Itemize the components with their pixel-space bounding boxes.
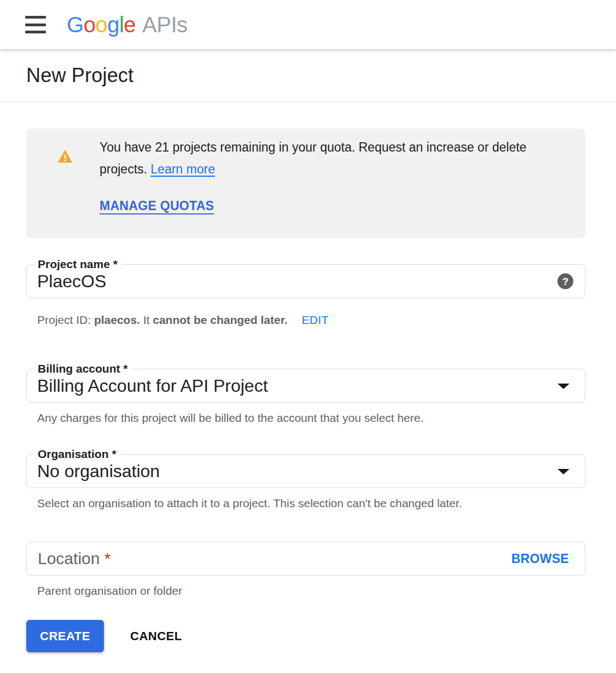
menu-bar bbox=[25, 16, 46, 19]
billing-account-select[interactable]: Billing account * Billing Account for AP… bbox=[26, 369, 585, 403]
billing-helper-text: Any charges for this project will be bil… bbox=[26, 411, 585, 425]
required-marker: * bbox=[104, 549, 111, 567]
chevron-down-icon[interactable] bbox=[557, 384, 569, 389]
create-button[interactable]: CREATE bbox=[26, 620, 104, 652]
organisation-label-text: Organisation bbox=[38, 448, 109, 460]
organisation-label: Organisation * bbox=[34, 447, 120, 461]
learn-more-link[interactable]: Learn more bbox=[150, 162, 215, 176]
cancel-button[interactable]: CANCEL bbox=[130, 629, 182, 643]
app-bar: Google APIs bbox=[0, 0, 616, 49]
new-project-form: You have 21 projects remaining in your q… bbox=[0, 129, 616, 652]
project-name-field: Project name * ? bbox=[26, 264, 585, 298]
google-apis-logo: Google APIs bbox=[67, 13, 188, 37]
quota-notice-body: You have 21 projects remaining in your q… bbox=[100, 136, 559, 213]
required-marker: * bbox=[123, 362, 127, 375]
menu-icon[interactable] bbox=[25, 15, 47, 34]
logo-suffix: APIs bbox=[142, 13, 187, 37]
organisation-helper-text: Select an organisation to attach it to a… bbox=[26, 496, 585, 510]
help-icon[interactable]: ? bbox=[557, 274, 573, 289]
project-id-value: plaecos. bbox=[94, 314, 140, 326]
required-marker: * bbox=[113, 258, 118, 270]
new-project-page: Google APIs New Project You have 21 proj… bbox=[0, 0, 616, 652]
location-helper-text: Parent organisation or folder bbox=[26, 584, 585, 598]
project-id-prefix: Project ID: bbox=[37, 314, 94, 326]
project-id-line: Project ID: plaecos. It cannot be change… bbox=[26, 312, 585, 328]
project-id-note: cannot be changed later. bbox=[153, 314, 287, 326]
location-placeholder: Location * bbox=[27, 549, 111, 568]
quota-notice: You have 21 projects remaining in your q… bbox=[26, 129, 585, 238]
edit-project-id-button[interactable]: EDIT bbox=[302, 314, 329, 326]
billing-label-text: Billing account bbox=[38, 362, 120, 375]
organisation-select[interactable]: Organisation * No organisation bbox=[26, 454, 585, 488]
project-name-label: Project name * bbox=[34, 257, 121, 271]
billing-account-label: Billing account * bbox=[34, 362, 132, 376]
menu-bar bbox=[25, 31, 46, 33]
project-id-mid: It bbox=[140, 314, 153, 326]
chevron-down-icon[interactable] bbox=[557, 469, 569, 474]
menu-bar bbox=[25, 24, 46, 26]
page-title: New Project bbox=[26, 64, 133, 87]
location-field[interactable]: Location * BROWSE bbox=[26, 542, 585, 576]
google-logo-letters: Google bbox=[67, 13, 136, 37]
project-name-label-text: Project name bbox=[38, 258, 110, 270]
required-marker: * bbox=[112, 448, 116, 460]
form-actions: CREATE CANCEL bbox=[26, 620, 585, 652]
page-header: New Project bbox=[0, 49, 616, 102]
browse-button[interactable]: BROWSE bbox=[512, 552, 585, 566]
warning-icon bbox=[57, 148, 73, 165]
location-placeholder-text: Location bbox=[38, 549, 100, 567]
manage-quotas-link[interactable]: MANAGE QUOTAS bbox=[100, 199, 214, 213]
